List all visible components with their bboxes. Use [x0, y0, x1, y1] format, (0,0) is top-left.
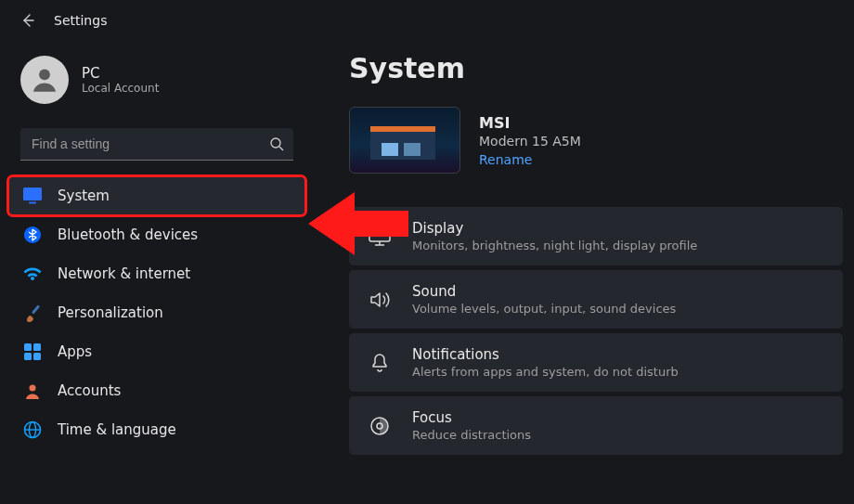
nav: System Bluetooth & devices Network & int…	[0, 177, 314, 448]
device-thumbnail	[349, 107, 460, 174]
sidebar-item-personalization[interactable]: Personalization	[9, 294, 304, 331]
search-input[interactable]	[20, 128, 293, 161]
card-display[interactable]: Display Monitors, brightness, night ligh…	[349, 207, 843, 265]
sidebar-item-bluetooth[interactable]: Bluetooth & devices	[9, 216, 304, 253]
sidebar-item-label: System	[58, 187, 110, 204]
card-focus[interactable]: Focus Reduce distractions	[349, 396, 843, 455]
bell-icon	[368, 351, 392, 375]
apps-icon	[22, 342, 43, 362]
sidebar-item-network[interactable]: Network & internet	[9, 255, 304, 292]
sidebar-item-label: Personalization	[58, 304, 163, 321]
main-panel: System MSI Modern 15 A5M Rename Display …	[314, 41, 854, 504]
account-name: PC	[82, 65, 159, 82]
sidebar-item-apps[interactable]: Apps	[9, 333, 304, 370]
card-title: Sound	[412, 283, 676, 300]
device-model: Modern 15 A5M	[479, 134, 581, 149]
bluetooth-icon	[22, 225, 43, 245]
svg-rect-4	[29, 202, 36, 204]
focus-icon	[368, 414, 392, 438]
page-title: System	[349, 52, 843, 84]
avatar	[20, 56, 69, 104]
sidebar-item-accounts[interactable]: Accounts	[9, 372, 304, 409]
svg-line-2	[279, 147, 283, 150]
person-icon	[22, 381, 43, 401]
sidebar-item-label: Time & language	[58, 421, 176, 438]
app-title: Settings	[54, 13, 107, 28]
globe-clock-icon	[22, 420, 43, 440]
svg-point-11	[30, 385, 36, 392]
device-name: MSI	[479, 114, 581, 132]
wifi-icon	[22, 264, 43, 284]
svg-point-0	[39, 69, 50, 80]
card-sub: Reduce distractions	[412, 428, 531, 442]
sound-icon	[368, 288, 392, 312]
sidebar-item-label: Apps	[58, 343, 92, 360]
card-sound[interactable]: Sound Volume levels, output, input, soun…	[349, 270, 843, 329]
sidebar-item-label: Bluetooth & devices	[58, 226, 198, 243]
svg-point-1	[271, 138, 280, 148]
sidebar-item-time-language[interactable]: Time & language	[9, 411, 304, 448]
sidebar-item-system[interactable]: System	[9, 177, 304, 214]
svg-rect-10	[33, 353, 41, 360]
card-title: Display	[412, 220, 697, 237]
card-notifications[interactable]: Notifications Alerts from apps and syste…	[349, 333, 843, 392]
svg-rect-7	[24, 343, 32, 351]
sidebar: PC Local Account System	[0, 41, 314, 504]
monitor-icon	[22, 186, 43, 206]
card-sub: Monitors, brightness, night light, displ…	[412, 239, 697, 252]
back-icon[interactable]	[20, 13, 35, 28]
svg-rect-6	[32, 304, 40, 314]
svg-rect-8	[33, 343, 41, 351]
display-icon	[368, 225, 392, 249]
paintbrush-icon	[22, 303, 43, 323]
account-block[interactable]: PC Local Account	[0, 52, 314, 128]
sidebar-item-label: Network & internet	[58, 265, 190, 282]
card-sub: Volume levels, output, input, sound devi…	[412, 302, 676, 316]
svg-rect-16	[369, 228, 390, 241]
svg-rect-3	[23, 187, 42, 200]
account-sub: Local Account	[82, 82, 159, 95]
card-sub: Alerts from apps and system, do not dist…	[412, 365, 679, 379]
device-card[interactable]: MSI Modern 15 A5M Rename	[349, 107, 843, 174]
card-title: Focus	[412, 409, 531, 426]
search-icon	[269, 136, 284, 151]
rename-link[interactable]: Rename	[479, 152, 581, 167]
search-field[interactable]	[32, 136, 269, 151]
card-title: Notifications	[412, 346, 679, 363]
sidebar-item-label: Accounts	[58, 382, 121, 399]
svg-rect-9	[24, 353, 32, 360]
